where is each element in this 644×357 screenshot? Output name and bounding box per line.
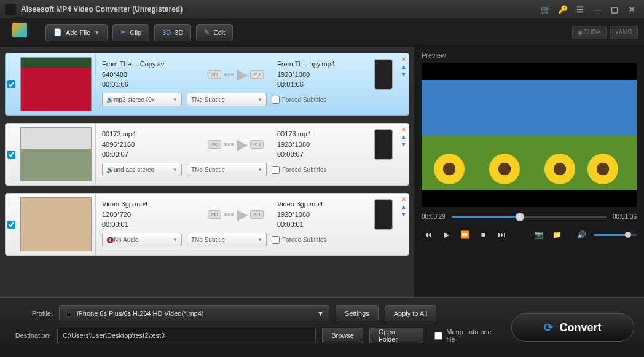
fast-forward-icon[interactable]: ⏩ (458, 229, 471, 241)
browse-button[interactable]: Browse (322, 328, 363, 343)
move-up-icon[interactable]: ▲ (400, 203, 407, 210)
edit-button[interactable]: ✎ Edit (196, 24, 233, 41)
device-icon (374, 59, 393, 90)
key-icon[interactable]: 🔑 (556, 3, 570, 15)
three-d-button[interactable]: 3D 3D (154, 24, 191, 41)
preview-video (422, 63, 637, 207)
amd-badge: ▸ AMD (610, 26, 638, 39)
remove-item-icon[interactable]: ✕ (400, 126, 407, 133)
file-checkbox[interactable] (7, 151, 15, 159)
remove-item-icon[interactable]: ✕ (400, 196, 407, 203)
move-down-icon[interactable]: ▼ (400, 211, 407, 218)
file-thumbnail (20, 197, 92, 251)
seek-slider[interactable] (452, 216, 607, 218)
titlebar: Aiseesoft MP4 Video Converter (Unregiste… (0, 0, 644, 18)
volume-icon[interactable]: 🔊 (575, 229, 587, 241)
destination-input[interactable]: C:\Users\User\Desktop\test2\test3 (57, 328, 316, 343)
next-icon[interactable]: ⏭ (495, 229, 508, 241)
audio-dropdown[interactable]: 🔊 mp3 stereo (0x▼ (102, 93, 182, 106)
add-file-button[interactable]: 📄 Add File ▼ (45, 24, 108, 41)
menu-icon[interactable]: ☰ (573, 3, 587, 15)
three-d-label: 3D (175, 29, 183, 36)
output-meta: From.Th…opy.mp4 1920*1080 00:01:06 (277, 59, 369, 90)
file-item[interactable]: Video-3gp.mp4 1280*720 00:00:01 2D ▪▪▪ ▶… (5, 193, 409, 256)
refresh-icon: ⟳ (544, 321, 553, 334)
conversion-arrow: 2D ▪▪▪ ▶ 2D (194, 136, 277, 153)
settings-button[interactable]: Settings (336, 305, 379, 321)
chevron-down-icon: ▼ (317, 310, 324, 317)
profile-dropdown[interactable]: 📱 iPhone 6s Plus/6s H.264 HD Video(*.mp4… (59, 305, 329, 321)
toolbar: 📄 Add File ▼ ✂ Clip 3D 3D ✎ Edit ◉ CUDA … (0, 18, 644, 47)
output-meta: Video-3gp.mp4 1920*1080 00:00:01 (277, 199, 369, 230)
move-down-icon[interactable]: ▼ (400, 141, 407, 147)
file-item[interactable]: From.The… Copy.avi 640*480 00:01:06 2D ▪… (5, 53, 409, 116)
file-item[interactable]: 00173.mp4 4096*2160 00:00:07 2D ▪▪▪ ▶ 2D… (5, 123, 409, 186)
snapshot-icon[interactable]: 📷 (532, 229, 544, 241)
prev-icon[interactable]: ⏮ (422, 229, 434, 241)
cuda-badge: ◉ CUDA (572, 26, 606, 39)
app-logo-small (5, 4, 16, 15)
minimize-icon[interactable]: — (590, 3, 605, 15)
cart-icon[interactable]: 🛒 (538, 3, 553, 15)
app-title: Aiseesoft MP4 Video Converter (Unregiste… (21, 5, 183, 14)
file-checkbox[interactable] (7, 80, 15, 88)
forced-subtitles-check[interactable]: Forced Subtitles (272, 236, 326, 244)
convert-button[interactable]: ⟳ Convert (511, 313, 634, 342)
bottom-panel: Profile: 📱 iPhone 6s Plus/6s H.264 HD Vi… (0, 297, 644, 357)
folder-icon[interactable]: 📁 (551, 229, 563, 241)
file-thumbnail (20, 57, 92, 111)
clip-button[interactable]: ✂ Clip (112, 24, 149, 41)
time-total: 00:01:06 (613, 213, 637, 220)
file-checkbox[interactable] (7, 221, 15, 229)
file-thumbnail (20, 127, 92, 181)
stop-icon[interactable]: ■ (477, 229, 489, 241)
audio-dropdown[interactable]: 🔊 und aac stereo▼ (102, 163, 182, 176)
move-up-icon[interactable]: ▲ (400, 63, 407, 70)
output-meta: 00173.mp4 1920*1080 00:00:07 (277, 129, 369, 160)
preview-title: Preview (422, 52, 637, 59)
move-up-icon[interactable]: ▲ (400, 133, 407, 140)
add-file-icon: 📄 (53, 28, 62, 36)
clip-label: Clip (130, 29, 141, 36)
three-d-icon: 3D (162, 29, 171, 36)
file-list: From.The… Copy.avi 640*480 00:01:06 2D ▪… (0, 47, 414, 297)
close-icon[interactable]: ✕ (624, 3, 639, 15)
conversion-arrow: 2D ▪▪▪ ▶ 2D (194, 206, 277, 223)
convert-label: Convert (559, 321, 601, 334)
destination-label: Destination: (10, 332, 51, 339)
profile-label: Profile: (10, 310, 53, 317)
audio-dropdown[interactable]: 🔇 No Audio▼ (102, 233, 182, 246)
forced-subtitles-check[interactable]: Forced Subtitles (272, 96, 326, 104)
volume-slider[interactable] (594, 234, 637, 236)
chevron-down-icon: ▼ (94, 29, 100, 36)
device-icon (374, 129, 393, 160)
scissors-icon: ✂ (120, 28, 126, 36)
time-current: 00:00:29 (422, 213, 446, 220)
subtitle-dropdown[interactable]: T No Subtitle▼ (187, 163, 267, 176)
subtitle-dropdown[interactable]: T No Subtitle▼ (187, 93, 267, 106)
maximize-icon[interactable]: ▢ (607, 3, 622, 15)
play-icon[interactable]: ▶ (440, 229, 452, 241)
edit-label: Edit (213, 29, 225, 36)
source-meta: Video-3gp.mp4 1280*720 00:00:01 (102, 199, 194, 230)
app-logo (6, 17, 33, 44)
merge-checkbox[interactable]: Merge into one file (434, 328, 499, 343)
device-icon (374, 199, 393, 230)
open-folder-button[interactable]: Open Folder (369, 328, 423, 343)
remove-item-icon[interactable]: ✕ (400, 56, 407, 63)
move-down-icon[interactable]: ▼ (400, 71, 407, 77)
forced-subtitles-check[interactable]: Forced Subtitles (272, 166, 326, 174)
subtitle-dropdown[interactable]: T No Subtitle▼ (187, 233, 267, 246)
preview-panel: Preview 00:00:29 00:01:06 ⏮ ▶ ⏩ ■ ⏭ 📷 (414, 47, 644, 297)
add-file-label: Add File (66, 29, 90, 36)
source-meta: 00173.mp4 4096*2160 00:00:07 (102, 129, 194, 160)
apply-all-button[interactable]: Apply to All (385, 305, 436, 321)
source-meta: From.The… Copy.avi 640*480 00:01:06 (102, 59, 194, 90)
edit-icon: ✎ (204, 28, 210, 36)
conversion-arrow: 2D ▪▪▪ ▶ 2D (194, 66, 277, 83)
